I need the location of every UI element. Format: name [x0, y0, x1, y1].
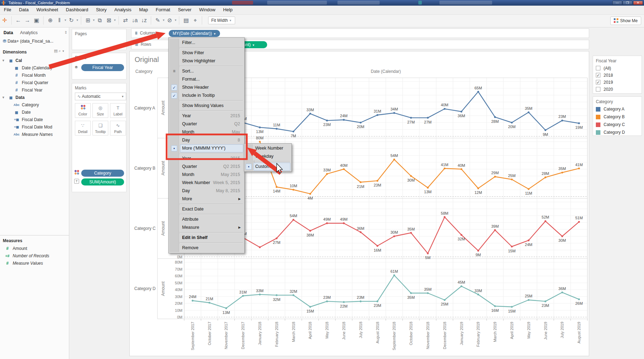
chevron-down-icon[interactable]: ▼	[114, 19, 116, 22]
field-measure-values[interactable]: #Measure Values	[0, 260, 69, 267]
data-point[interactable]	[578, 298, 580, 300]
fiscal-year-option-all[interactable]: (All)	[596, 65, 642, 71]
menu-item-edit-in-shelf[interactable]: Edit in Shelf	[169, 234, 244, 242]
field-date[interactable]: ▦Date	[0, 109, 69, 116]
data-point[interactable]	[376, 180, 378, 182]
unchecked-checkbox-icon[interactable]	[596, 66, 600, 70]
legend-item-category-c[interactable]: Category C	[596, 121, 642, 128]
tableau-logo-icon[interactable]: ✛	[0, 15, 9, 26]
marks-button-size[interactable]: ◎Size	[92, 103, 108, 118]
legend-item-category-b[interactable]: Category B	[596, 114, 642, 121]
marks-pill-category[interactable]: Category	[81, 170, 124, 177]
data-point[interactable]	[343, 222, 344, 224]
data-point[interactable]	[276, 238, 277, 239]
menu-worksheet[interactable]: Worksheet	[32, 6, 62, 14]
data-point[interactable]	[393, 235, 395, 237]
data-point[interactable]	[192, 300, 193, 302]
data-point[interactable]	[494, 116, 496, 118]
save-icon[interactable]: ▣	[32, 15, 41, 26]
data-point[interactable]	[545, 129, 546, 131]
duplicate-icon[interactable]: ⧉	[95, 15, 104, 26]
menu-map[interactable]: Map	[135, 6, 152, 14]
data-point[interactable]	[410, 232, 412, 234]
menu-item-show-missing-values[interactable]: Show Missing Values	[169, 102, 244, 110]
data-point[interactable]	[545, 220, 546, 222]
maximize-button[interactable]: ❐	[623, 1, 632, 5]
data-point[interactable]	[578, 122, 580, 124]
data-point[interactable]	[259, 294, 260, 295]
menu-story[interactable]: Story	[92, 6, 110, 14]
menu-item-month[interactable]: MonthMay 2015	[169, 171, 244, 179]
tab-data[interactable]: Data	[0, 27, 17, 38]
data-point[interactable]	[309, 113, 311, 114]
refresh-icon[interactable]: ↻	[67, 15, 76, 26]
data-point[interactable]	[511, 246, 513, 247]
data-point[interactable]	[427, 292, 429, 294]
data-point[interactable]	[444, 168, 445, 169]
field-data[interactable]: ▼▦Data	[0, 94, 69, 101]
data-point[interactable]	[477, 91, 479, 93]
show-me-button[interactable]: Show Me	[610, 17, 641, 25]
data-point[interactable]	[561, 120, 563, 121]
data-point[interactable]	[410, 117, 412, 119]
data-point[interactable]	[292, 219, 294, 221]
menu-window[interactable]: Window	[195, 6, 219, 14]
data-point[interactable]	[276, 186, 277, 188]
new-worksheet-icon[interactable]: ⊞	[83, 15, 92, 26]
pane-splitter-icon[interactable]: ⇕	[64, 30, 67, 35]
field-cal[interactable]: ▼▦Cal	[0, 57, 69, 64]
data-point[interactable]	[376, 301, 378, 302]
data-point[interactable]	[494, 176, 496, 177]
menu-item-measure[interactable]: Measure▶	[169, 223, 244, 232]
menu-item-exact-date[interactable]: Exact Date	[169, 205, 244, 213]
data-point[interactable]	[528, 299, 529, 301]
data-point[interactable]	[494, 229, 496, 231]
field-date-calendar-[interactable]: ▦Date (Calendar)	[0, 64, 69, 72]
group-icon[interactable]: ⊘	[165, 15, 174, 26]
field-measure-names[interactable]: AbcMeasure Names	[0, 131, 69, 138]
data-point[interactable]	[494, 305, 496, 307]
menu-item-year[interactable]: Year2015	[169, 155, 244, 163]
data-point[interactable]	[444, 299, 445, 301]
data-point[interactable]	[326, 222, 328, 224]
menu-data[interactable]: Data	[15, 6, 32, 14]
field-fiscal-quarter[interactable]: #Fiscal Quarter	[0, 79, 69, 87]
data-point[interactable]	[578, 221, 580, 223]
data-point[interactable]	[561, 172, 563, 174]
menu-item-show-header[interactable]: ✓Show Header	[169, 83, 244, 92]
data-point[interactable]	[309, 230, 311, 232]
data-point[interactable]	[360, 231, 361, 233]
menu-help[interactable]: Help	[219, 6, 237, 14]
data-point[interactable]	[477, 294, 479, 295]
columns-pill-date-calendar[interactable]: MY(Date (Calendar))▼	[169, 30, 220, 37]
tab-analytics[interactable]: Analytics	[17, 27, 41, 38]
fit-dropdown[interactable]: Fit Width ▼	[208, 17, 235, 24]
menu-item-quarter[interactable]: QuarterQ2 2015	[169, 163, 244, 171]
field-fiscal-year[interactable]: #Fiscal Year	[0, 87, 69, 94]
data-point[interactable]	[393, 159, 395, 160]
data-point[interactable]	[561, 235, 563, 237]
checked-checkbox-icon[interactable]: ✓	[596, 80, 600, 84]
menu-item-week-number[interactable]: Week Number	[245, 144, 291, 152]
data-point[interactable]	[242, 295, 244, 297]
menu-item-format[interactable]: Format...	[169, 75, 244, 83]
field-number-of-records[interactable]: =#Number of Records	[0, 252, 69, 260]
data-point[interactable]	[528, 239, 529, 241]
data-point[interactable]	[343, 119, 344, 121]
data-point[interactable]	[259, 126, 260, 128]
data-point[interactable]	[276, 294, 277, 296]
chevron-down-icon[interactable]: ▼	[174, 19, 177, 22]
menu-item-week-number[interactable]: Week NumberWeek 5, 2015	[169, 179, 244, 187]
marks-button-tooltip[interactable]: ❑Tooltip	[92, 121, 108, 136]
data-point[interactable]	[461, 285, 462, 287]
field-category[interactable]: AbcCategory	[0, 101, 69, 109]
chevron-down-icon[interactable]: ▼	[2, 94, 5, 101]
data-point[interactable]	[461, 234, 462, 236]
data-point[interactable]	[427, 252, 429, 254]
data-point[interactable]	[444, 216, 445, 218]
menu-item-show-highlighter[interactable]: Show Highlighter	[169, 57, 244, 65]
fiscal-year-option-2019[interactable]: ✓2019	[596, 79, 642, 86]
menu-dashboard[interactable]: Dashboard	[62, 6, 92, 14]
fix-axes-icon[interactable]: ⌖	[191, 15, 200, 26]
data-point[interactable]	[326, 301, 328, 302]
